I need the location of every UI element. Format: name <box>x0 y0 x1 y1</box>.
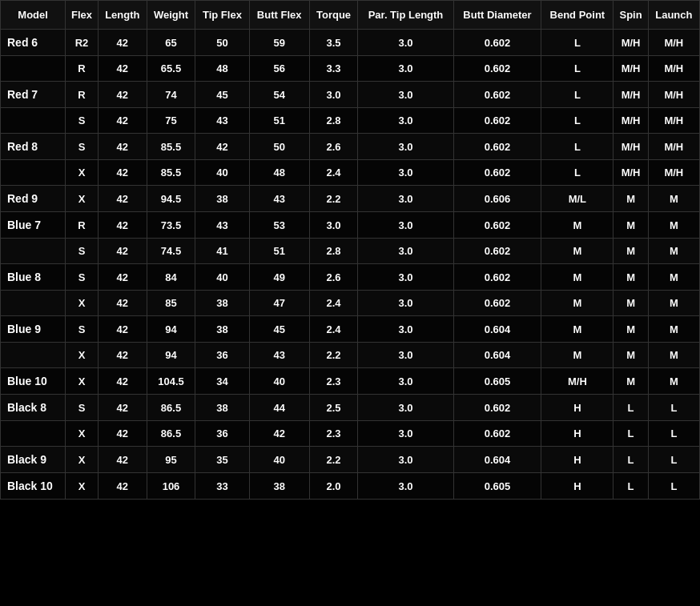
data-cell: 2.2 <box>309 447 358 473</box>
data-cell: M <box>648 291 699 316</box>
column-header: Model <box>1 1 66 30</box>
data-cell: 0.602 <box>453 56 541 82</box>
data-cell: S <box>66 108 99 134</box>
data-cell: M <box>541 212 614 239</box>
data-cell: 0.602 <box>453 212 541 239</box>
data-cell: 0.602 <box>453 291 541 316</box>
data-cell: 41 <box>195 239 249 264</box>
column-header: Torque <box>309 1 358 30</box>
data-cell: 40 <box>195 160 249 186</box>
data-cell: 42 <box>98 108 147 134</box>
data-cell: M <box>648 212 699 239</box>
data-cell: 74.5 <box>147 239 195 264</box>
table-row: X428538472.43.00.602MMM <box>1 291 700 316</box>
data-cell: 3.0 <box>309 82 358 108</box>
data-cell: 94 <box>147 343 195 368</box>
table-row: Red 8S4285.542502.63.00.602LM/HM/H <box>1 134 700 160</box>
data-cell: M/H <box>614 82 648 108</box>
data-cell: 42 <box>98 395 147 421</box>
data-cell: R <box>66 82 99 108</box>
data-cell: 43 <box>195 212 249 239</box>
data-cell: 2.3 <box>309 421 358 447</box>
column-header: Par. Tip Length <box>358 1 453 30</box>
data-cell: M <box>541 316 614 343</box>
table-row: Red 9X4294.538432.23.00.606M/LMM <box>1 186 700 212</box>
data-cell: S <box>66 395 99 421</box>
data-cell: 0.602 <box>453 264 541 291</box>
data-cell: 65 <box>147 30 195 56</box>
data-cell: 106 <box>147 473 195 500</box>
data-cell: M/H <box>648 82 699 108</box>
data-cell: 3.0 <box>309 212 358 239</box>
data-cell: S <box>66 134 99 160</box>
data-cell: M <box>614 239 648 264</box>
data-cell: 3.0 <box>358 343 453 368</box>
data-cell: H <box>541 421 614 447</box>
model-cell <box>1 56 66 82</box>
data-cell: 40 <box>249 447 309 473</box>
data-cell: 3.0 <box>358 368 453 395</box>
data-cell: M <box>541 343 614 368</box>
data-cell: 73.5 <box>147 212 195 239</box>
data-cell: M <box>648 239 699 264</box>
data-cell: X <box>66 160 99 186</box>
data-cell: 42 <box>98 239 147 264</box>
data-cell: 42 <box>98 316 147 343</box>
data-cell: L <box>648 447 699 473</box>
table-row: Blue 9S429438452.43.00.604MMM <box>1 316 700 343</box>
data-cell: M <box>614 264 648 291</box>
table-row: Blue 8S428440492.63.00.602MMM <box>1 264 700 291</box>
data-cell: M/H <box>541 368 614 395</box>
data-cell: 0.605 <box>453 473 541 500</box>
column-header: Launch <box>648 1 699 30</box>
data-cell: 34 <box>195 368 249 395</box>
data-cell: X <box>66 447 99 473</box>
data-cell: 48 <box>249 160 309 186</box>
data-cell: 74 <box>147 82 195 108</box>
model-cell: Red 6 <box>1 30 66 56</box>
data-cell: S <box>66 316 99 343</box>
data-cell: 94 <box>147 316 195 343</box>
model-cell <box>1 343 66 368</box>
data-cell: M/H <box>648 134 699 160</box>
data-cell: 42 <box>98 264 147 291</box>
data-cell: 94.5 <box>147 186 195 212</box>
model-cell: Blue 9 <box>1 316 66 343</box>
data-cell: 54 <box>249 82 309 108</box>
data-cell: 40 <box>195 264 249 291</box>
data-cell: R2 <box>66 30 99 56</box>
data-cell: 50 <box>195 30 249 56</box>
data-cell: 84 <box>147 264 195 291</box>
data-cell: 3.0 <box>358 264 453 291</box>
data-cell: 42 <box>98 160 147 186</box>
data-cell: 0.602 <box>453 395 541 421</box>
table-row: S427543512.83.00.602LM/HM/H <box>1 108 700 134</box>
data-cell: 3.0 <box>358 239 453 264</box>
table-row: Black 8S4286.538442.53.00.602HLL <box>1 395 700 421</box>
data-cell: 2.8 <box>309 108 358 134</box>
data-cell: 42 <box>98 291 147 316</box>
data-cell: L <box>614 473 648 500</box>
data-cell: 2.4 <box>309 291 358 316</box>
data-cell: 51 <box>249 239 309 264</box>
data-cell: L <box>648 421 699 447</box>
data-cell: 42 <box>98 30 147 56</box>
data-cell: X <box>66 186 99 212</box>
data-cell: 3.0 <box>358 447 453 473</box>
data-cell: 0.602 <box>453 134 541 160</box>
data-cell: 3.0 <box>358 291 453 316</box>
data-cell: 2.8 <box>309 239 358 264</box>
data-cell: R <box>66 212 99 239</box>
model-cell: Blue 8 <box>1 264 66 291</box>
data-cell: 43 <box>195 108 249 134</box>
data-cell: M <box>614 316 648 343</box>
data-cell: 0.605 <box>453 368 541 395</box>
specs-table: ModelFlexLengthWeightTip FlexButt FlexTo… <box>0 0 700 500</box>
data-cell: M/H <box>648 30 699 56</box>
data-cell: 42 <box>98 473 147 500</box>
column-header: Weight <box>147 1 195 30</box>
data-cell: M <box>614 186 648 212</box>
model-cell: Blue 10 <box>1 368 66 395</box>
model-cell: Black 9 <box>1 447 66 473</box>
data-cell: X <box>66 291 99 316</box>
